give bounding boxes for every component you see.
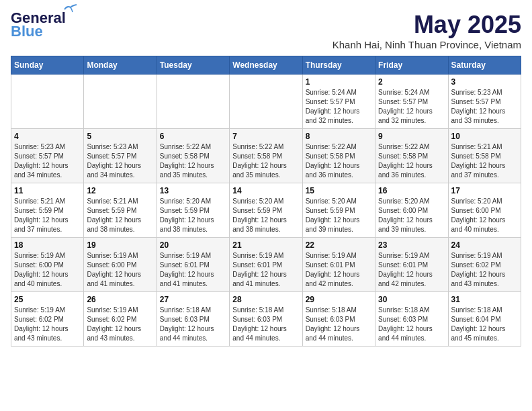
day-info: Sunrise: 5:22 AM Sunset: 5:58 PM Dayligh… [378, 142, 445, 180]
logo: General Blue [11, 11, 66, 39]
calendar-cell: 10Sunrise: 5:21 AM Sunset: 5:58 PM Dayli… [448, 129, 521, 183]
day-number: 21 [232, 240, 299, 250]
day-number: 12 [87, 186, 153, 195]
day-info: Sunrise: 5:19 AM Sunset: 6:02 PM Dayligh… [14, 306, 81, 343]
day-number: 30 [378, 295, 445, 304]
day-info: Sunrise: 5:20 AM Sunset: 6:00 PM Dayligh… [451, 197, 518, 234]
day-info: Sunrise: 5:22 AM Sunset: 5:58 PM Dayligh… [232, 142, 299, 180]
day-number: 19 [87, 240, 153, 250]
calendar-cell: 7Sunrise: 5:22 AM Sunset: 5:58 PM Daylig… [230, 129, 302, 183]
day-number: 5 [87, 132, 153, 141]
calendar-cell: 8Sunrise: 5:22 AM Sunset: 5:58 PM Daylig… [302, 129, 375, 183]
day-info: Sunrise: 5:19 AM Sunset: 6:02 PM Dayligh… [451, 251, 518, 289]
calendar-cell: 21Sunrise: 5:19 AM Sunset: 6:01 PM Dayli… [230, 238, 302, 292]
day-info: Sunrise: 5:20 AM Sunset: 5:59 PM Dayligh… [232, 197, 299, 234]
day-number: 22 [306, 240, 372, 250]
calendar-cell: 28Sunrise: 5:18 AM Sunset: 6:03 PM Dayli… [230, 292, 302, 347]
day-number: 7 [232, 132, 299, 141]
day-number: 24 [451, 240, 518, 250]
weekday-header-thursday: Thursday [302, 56, 375, 75]
calendar-cell: 17Sunrise: 5:20 AM Sunset: 6:00 PM Dayli… [448, 183, 521, 238]
calendar-table: SundayMondayTuesdayWednesdayThursdayFrid… [11, 56, 521, 347]
calendar-cell: 3Sunrise: 5:23 AM Sunset: 5:57 PM Daylig… [448, 75, 521, 129]
day-info: Sunrise: 5:18 AM Sunset: 6:03 PM Dayligh… [232, 306, 299, 343]
day-info: Sunrise: 5:22 AM Sunset: 5:58 PM Dayligh… [160, 142, 226, 180]
day-number: 10 [451, 132, 518, 141]
day-number: 11 [14, 186, 81, 195]
calendar-cell: 19Sunrise: 5:19 AM Sunset: 6:00 PM Dayli… [84, 238, 157, 292]
calendar-week-1: 1Sunrise: 5:24 AM Sunset: 5:57 PM Daylig… [11, 75, 521, 129]
day-info: Sunrise: 5:18 AM Sunset: 6:03 PM Dayligh… [306, 306, 372, 343]
calendar-cell [11, 75, 84, 129]
day-number: 25 [14, 295, 81, 304]
day-info: Sunrise: 5:23 AM Sunset: 5:57 PM Dayligh… [87, 142, 153, 180]
day-info: Sunrise: 5:19 AM Sunset: 6:00 PM Dayligh… [87, 251, 153, 289]
day-info: Sunrise: 5:23 AM Sunset: 5:57 PM Dayligh… [451, 88, 518, 126]
calendar-cell: 22Sunrise: 5:19 AM Sunset: 6:01 PM Dayli… [302, 238, 375, 292]
day-info: Sunrise: 5:19 AM Sunset: 6:01 PM Dayligh… [232, 251, 299, 289]
day-number: 4 [14, 132, 81, 141]
day-number: 31 [451, 295, 518, 304]
calendar-cell: 11Sunrise: 5:21 AM Sunset: 5:59 PM Dayli… [11, 183, 84, 238]
day-info: Sunrise: 5:24 AM Sunset: 5:57 PM Dayligh… [306, 88, 372, 126]
day-info: Sunrise: 5:23 AM Sunset: 5:57 PM Dayligh… [14, 142, 81, 180]
calendar-cell: 23Sunrise: 5:19 AM Sunset: 6:01 PM Dayli… [375, 238, 448, 292]
calendar-cell: 31Sunrise: 5:18 AM Sunset: 6:04 PM Dayli… [448, 292, 521, 347]
day-number: 3 [451, 77, 518, 87]
calendar-cell: 9Sunrise: 5:22 AM Sunset: 5:58 PM Daylig… [375, 129, 448, 183]
calendar-cell: 13Sunrise: 5:20 AM Sunset: 5:59 PM Dayli… [157, 183, 229, 238]
calendar-cell: 24Sunrise: 5:19 AM Sunset: 6:02 PM Dayli… [448, 238, 521, 292]
day-number: 17 [451, 186, 518, 195]
calendar-week-5: 25Sunrise: 5:19 AM Sunset: 6:02 PM Dayli… [11, 292, 521, 347]
day-info: Sunrise: 5:21 AM Sunset: 5:59 PM Dayligh… [14, 197, 81, 234]
calendar-cell [157, 75, 229, 129]
calendar-cell: 27Sunrise: 5:18 AM Sunset: 6:03 PM Dayli… [157, 292, 229, 347]
calendar-cell [230, 75, 302, 129]
weekday-header-wednesday: Wednesday [230, 56, 302, 75]
day-number: 2 [378, 77, 445, 87]
day-info: Sunrise: 5:21 AM Sunset: 5:58 PM Dayligh… [451, 142, 518, 180]
day-info: Sunrise: 5:24 AM Sunset: 5:57 PM Dayligh… [378, 88, 445, 126]
weekday-header-monday: Monday [84, 56, 157, 75]
weekday-header-tuesday: Tuesday [157, 56, 229, 75]
calendar-cell: 6Sunrise: 5:22 AM Sunset: 5:58 PM Daylig… [157, 129, 229, 183]
day-info: Sunrise: 5:18 AM Sunset: 6:03 PM Dayligh… [160, 306, 226, 343]
weekday-header-friday: Friday [375, 56, 448, 75]
day-info: Sunrise: 5:19 AM Sunset: 6:01 PM Dayligh… [378, 251, 445, 289]
day-info: Sunrise: 5:19 AM Sunset: 6:00 PM Dayligh… [14, 251, 81, 289]
day-number: 6 [160, 132, 226, 141]
weekday-header-saturday: Saturday [448, 56, 521, 75]
calendar-cell: 5Sunrise: 5:23 AM Sunset: 5:57 PM Daylig… [84, 129, 157, 183]
day-number: 14 [232, 186, 299, 195]
calendar-cell [84, 75, 157, 129]
day-number: 15 [306, 186, 372, 195]
logo-blue-text: Blue [11, 24, 43, 39]
day-number: 20 [160, 240, 226, 250]
day-number: 26 [87, 295, 153, 304]
day-number: 29 [306, 295, 372, 304]
calendar-cell: 25Sunrise: 5:19 AM Sunset: 6:02 PM Dayli… [11, 292, 84, 347]
calendar-cell: 18Sunrise: 5:19 AM Sunset: 6:00 PM Dayli… [11, 238, 84, 292]
logo-text: General [11, 9, 66, 26]
day-info: Sunrise: 5:18 AM Sunset: 6:03 PM Dayligh… [378, 306, 445, 343]
location-title: Khanh Hai, Ninh Thuan Province, Vietnam [332, 39, 521, 50]
day-number: 13 [160, 186, 226, 195]
calendar-cell: 26Sunrise: 5:19 AM Sunset: 6:02 PM Dayli… [84, 292, 157, 347]
day-info: Sunrise: 5:18 AM Sunset: 6:04 PM Dayligh… [451, 306, 518, 343]
calendar-cell: 15Sunrise: 5:20 AM Sunset: 5:59 PM Dayli… [302, 183, 375, 238]
calendar-cell: 20Sunrise: 5:19 AM Sunset: 6:01 PM Dayli… [157, 238, 229, 292]
calendar-cell: 29Sunrise: 5:18 AM Sunset: 6:03 PM Dayli… [302, 292, 375, 347]
calendar-cell: 12Sunrise: 5:21 AM Sunset: 5:59 PM Dayli… [84, 183, 157, 238]
day-number: 28 [232, 295, 299, 304]
calendar-cell: 14Sunrise: 5:20 AM Sunset: 5:59 PM Dayli… [230, 183, 302, 238]
day-number: 16 [378, 186, 445, 195]
calendar-week-2: 4Sunrise: 5:23 AM Sunset: 5:57 PM Daylig… [11, 129, 521, 183]
month-title: May 2025 [332, 11, 521, 39]
day-info: Sunrise: 5:19 AM Sunset: 6:01 PM Dayligh… [160, 251, 226, 289]
day-number: 1 [306, 77, 372, 87]
calendar-cell: 2Sunrise: 5:24 AM Sunset: 5:57 PM Daylig… [375, 75, 448, 129]
calendar-cell: 4Sunrise: 5:23 AM Sunset: 5:57 PM Daylig… [11, 129, 84, 183]
day-number: 23 [378, 240, 445, 250]
day-info: Sunrise: 5:21 AM Sunset: 5:59 PM Dayligh… [87, 197, 153, 234]
weekday-header-sunday: Sunday [11, 56, 84, 75]
